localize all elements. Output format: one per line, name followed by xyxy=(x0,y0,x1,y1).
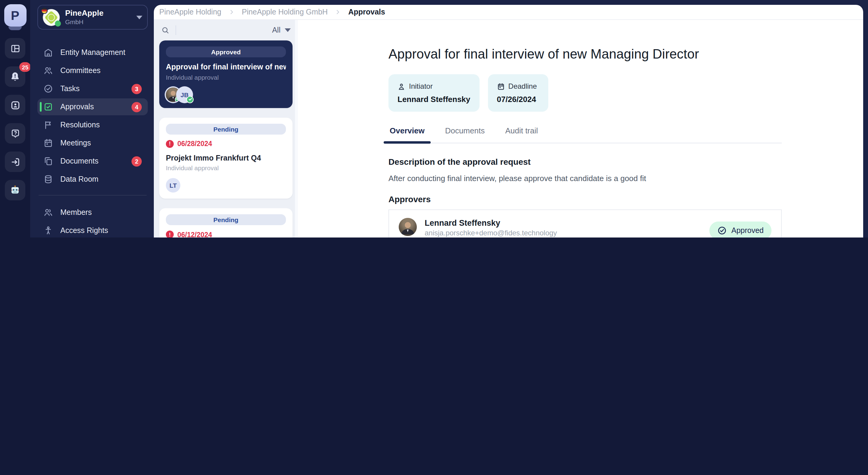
calendar-icon xyxy=(43,138,53,148)
approved-status-pill: Approved xyxy=(710,221,772,237)
entity-logo-icon xyxy=(43,9,60,26)
approver-row: Lennard Steffensky anisja.porschke+demo@… xyxy=(389,210,781,237)
approver-email: anisja.porschke+demo@fides.technology xyxy=(425,229,702,237)
chevron-down-icon xyxy=(285,28,291,32)
notifications-button[interactable]: 25 xyxy=(5,66,25,87)
card-subtitle: Individual approval xyxy=(166,165,286,172)
sidebar-item-committees[interactable]: Committees xyxy=(37,62,148,79)
documents-badge: 2 xyxy=(131,156,142,166)
approval-card[interactable]: Pending ! 06/28/2024 Projekt Immo Frankf… xyxy=(159,117,292,199)
sidebar-item-label: Access Rights xyxy=(60,226,108,235)
breadcrumb-item[interactable]: PineApple Holding xyxy=(159,8,221,16)
status-badge: Approved xyxy=(166,47,286,57)
sidebar-item-meetings[interactable]: Meetings xyxy=(37,135,148,151)
sidebar-item-tasks[interactable]: Tasks 3 xyxy=(37,80,148,97)
approver-name: Lennard Steffensky xyxy=(425,218,702,228)
contacts-button[interactable] xyxy=(5,95,25,115)
approval-detail: Approval for final interview of new Mana… xyxy=(298,20,863,237)
app-window: P 25 xyxy=(0,0,868,237)
tab-audit-trail[interactable]: Audit trail xyxy=(504,126,539,143)
assistant-button[interactable] xyxy=(5,180,25,200)
avatar-initials: LT xyxy=(166,178,180,193)
sidebar-item-label: Members xyxy=(60,208,92,217)
card-subtitle: Individual approval xyxy=(166,73,286,81)
users-icon xyxy=(43,208,53,217)
circle-check-icon xyxy=(717,226,727,235)
sidebar-divider xyxy=(39,195,147,196)
robot-icon xyxy=(10,185,21,196)
breadcrumb-current: Approvals xyxy=(348,8,385,16)
person-icon xyxy=(398,82,405,90)
help-button[interactable] xyxy=(5,123,25,144)
sidebar-item-access-rights[interactable]: Access Rights xyxy=(37,222,148,237)
dashboard-layout-button[interactable] xyxy=(5,38,25,59)
flag-icon xyxy=(43,120,53,130)
alert-icon: ! xyxy=(166,140,174,148)
chevron-down-icon xyxy=(136,16,142,19)
approvers-heading: Approvers xyxy=(389,194,782,204)
building-icon xyxy=(43,48,53,57)
sidebar-item-approvals[interactable]: Approvals 4 xyxy=(37,98,148,115)
logout-button[interactable] xyxy=(5,151,25,172)
status-filter-dropdown[interactable]: All xyxy=(272,26,291,34)
status-label: Approved xyxy=(732,226,764,235)
sidebar-item-label: Meetings xyxy=(60,139,91,147)
sidebar-item-resolutions[interactable]: Resolutions xyxy=(37,117,148,133)
active-indicator xyxy=(40,102,42,112)
app-logo[interactable]: P xyxy=(4,4,26,27)
due-date: ! 06/28/2024 xyxy=(166,140,286,148)
logout-icon xyxy=(10,157,20,167)
person-accessibility-icon xyxy=(43,226,53,235)
card-title: Projekt Immo Frankfurt Q4 xyxy=(166,154,286,163)
search-input[interactable] xyxy=(176,26,272,34)
sidebar-item-members[interactable]: Members xyxy=(37,204,148,221)
initiator-value: Lennard Steffensky xyxy=(398,95,470,104)
sidebar-item-data-room[interactable]: Data Room xyxy=(37,171,148,188)
status-badge: Pending xyxy=(166,214,286,226)
alert-icon: ! xyxy=(166,231,174,238)
approvals-list-panel: All Approved Approval for final intervie… xyxy=(154,20,298,237)
check-circle-icon xyxy=(43,84,53,94)
approval-card-selected[interactable]: Approved Approval for final interview of… xyxy=(159,40,292,108)
approvers-list: Lennard Steffensky anisja.porschke+demo@… xyxy=(389,209,782,237)
page-title: Approval for final interview of new Mana… xyxy=(389,47,782,62)
approver-avatars: JB xyxy=(166,87,286,102)
approval-cards: Approved Approval for final interview of… xyxy=(154,40,298,237)
avatar-initials: JB xyxy=(177,87,192,102)
detail-tabs: Overview Documents Audit trail xyxy=(389,126,782,144)
breadcrumb-item[interactable]: PineApple Holding GmbH xyxy=(242,8,328,16)
layout-icon xyxy=(10,43,20,53)
app-logo-base xyxy=(8,27,22,30)
tasks-badge: 3 xyxy=(131,84,142,94)
database-icon xyxy=(43,174,53,184)
approver-avatars: LT xyxy=(166,178,286,193)
sidebar-item-documents[interactable]: Documents 2 xyxy=(37,153,148,170)
sidebar-item-label: Tasks xyxy=(60,85,80,93)
copy-pages-icon xyxy=(43,156,53,166)
tab-overview[interactable]: Overview xyxy=(389,126,426,143)
bell-icon xyxy=(10,71,21,82)
content-panel: PineApple Holding PineApple Holding GmbH… xyxy=(154,5,863,237)
sidebar-item-label: Documents xyxy=(60,157,98,166)
approval-card[interactable]: Pending ! 06/12/2024 Genehmigung für Bür… xyxy=(159,209,292,238)
sidebar-item-label: Entity Management xyxy=(60,48,125,57)
calendar-icon xyxy=(497,82,504,90)
deadline-label: Deadline xyxy=(508,82,537,91)
notifications-badge: 25 xyxy=(20,62,31,72)
initiator-card: Initiator Lennard Steffensky xyxy=(389,74,479,112)
check-square-icon xyxy=(43,102,53,112)
description-heading: Description of the approval request xyxy=(389,157,782,167)
sidebar-item-entity-management[interactable]: Entity Management xyxy=(37,44,148,61)
chevron-right-icon xyxy=(228,9,235,15)
due-date: ! 06/12/2024 xyxy=(166,231,286,238)
entity-selector[interactable]: PineApple GmbH xyxy=(37,5,148,30)
description-text: After conducting final interview, please… xyxy=(389,174,782,183)
info-cards: Initiator Lennard Steffensky Deadline 07… xyxy=(389,74,782,112)
users-icon xyxy=(43,66,53,76)
tab-documents[interactable]: Documents xyxy=(444,126,486,143)
breadcrumb: PineApple Holding PineApple Holding GmbH… xyxy=(154,5,863,20)
sidebar-item-label: Data Room xyxy=(60,175,98,183)
deadline-card: Deadline 07/26/2024 xyxy=(488,74,548,112)
sidebar-item-label: Resolutions xyxy=(60,121,100,129)
content-area: PineApple Holding PineApple Holding GmbH… xyxy=(154,0,868,237)
